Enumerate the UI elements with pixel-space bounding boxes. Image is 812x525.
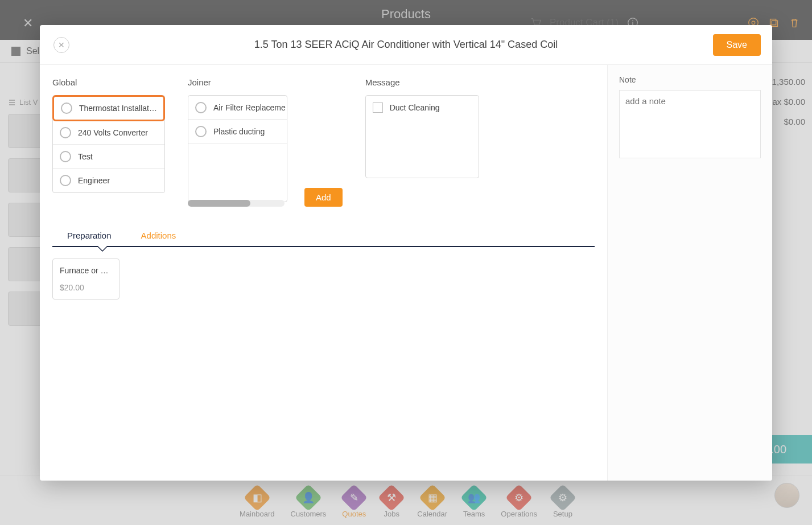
horizontal-scrollbar[interactable] (188, 200, 285, 207)
global-item-label: Test (78, 152, 93, 161)
tab-preparation[interactable]: Preparation (52, 225, 126, 246)
joiner-item-plastic[interactable]: Plastic ducting (188, 120, 287, 143)
global-heading: Global (52, 77, 165, 87)
global-item-test[interactable]: Test (53, 145, 164, 169)
radio-icon[interactable] (60, 175, 71, 186)
note-textarea[interactable] (619, 90, 761, 158)
tab-additions[interactable]: Additions (126, 225, 191, 246)
save-button[interactable]: Save (713, 34, 761, 56)
checkbox-icon[interactable] (373, 102, 383, 113)
global-item-240v[interactable]: 240 Volts Converter (53, 121, 164, 145)
message-column: Message Duct Cleaning (365, 77, 479, 207)
note-panel: Note (607, 65, 772, 481)
close-button[interactable]: ✕ (53, 37, 69, 53)
joiner-item-label: Plastic ducting (213, 127, 265, 136)
global-item-label: 240 Volts Converter (78, 128, 148, 137)
card-title: Furnace or He… (60, 266, 112, 275)
joiner-heading: Joiner (188, 77, 343, 87)
global-item-engineer[interactable]: Engineer (53, 169, 164, 192)
message-heading: Message (365, 77, 479, 87)
modal-main: Global Thermostat Installat… 240 Volts C… (40, 65, 607, 481)
joiner-column: Joiner Air Filter Replaceme Plastic (188, 77, 343, 207)
add-button[interactable]: Add (304, 188, 343, 207)
tabs: Preparation Additions (52, 225, 595, 247)
message-list: Duct Cleaning (365, 95, 479, 178)
radio-icon[interactable] (195, 126, 207, 137)
radio-icon[interactable] (61, 102, 72, 114)
joiner-list: Air Filter Replaceme Plastic ducting (188, 95, 287, 202)
global-item-thermostat[interactable]: Thermostat Installat… (52, 95, 165, 121)
global-column: Global Thermostat Installat… 240 Volts C… (52, 77, 165, 207)
global-list: Thermostat Installat… 240 Volts Converte… (52, 95, 165, 193)
preparation-card[interactable]: Furnace or He… $20.00 (52, 259, 119, 300)
product-modal: ✕ 1.5 Ton 13 SEER ACiQ Air Conditioner w… (40, 25, 772, 481)
modal-body: Global Thermostat Installat… 240 Volts C… (40, 65, 772, 481)
note-heading: Note (619, 75, 761, 84)
radio-icon[interactable] (195, 102, 207, 113)
card-price: $20.00 (60, 283, 112, 292)
global-item-label: Thermostat Installat… (79, 104, 157, 113)
message-item-duct[interactable]: Duct Cleaning (366, 96, 479, 120)
global-item-label: Engineer (78, 176, 110, 185)
joiner-item-airfilter[interactable]: Air Filter Replaceme (188, 96, 287, 120)
radio-icon[interactable] (60, 127, 71, 138)
modal-header: ✕ 1.5 Ton 13 SEER ACiQ Air Conditioner w… (40, 25, 772, 65)
radio-icon[interactable] (60, 151, 71, 162)
tab-indicator-icon (97, 246, 108, 252)
joiner-item-label: Air Filter Replaceme (213, 103, 286, 112)
modal-title: 1.5 Ton 13 SEER ACiQ Air Conditioner wit… (254, 39, 558, 51)
message-item-label: Duct Cleaning (390, 103, 440, 112)
